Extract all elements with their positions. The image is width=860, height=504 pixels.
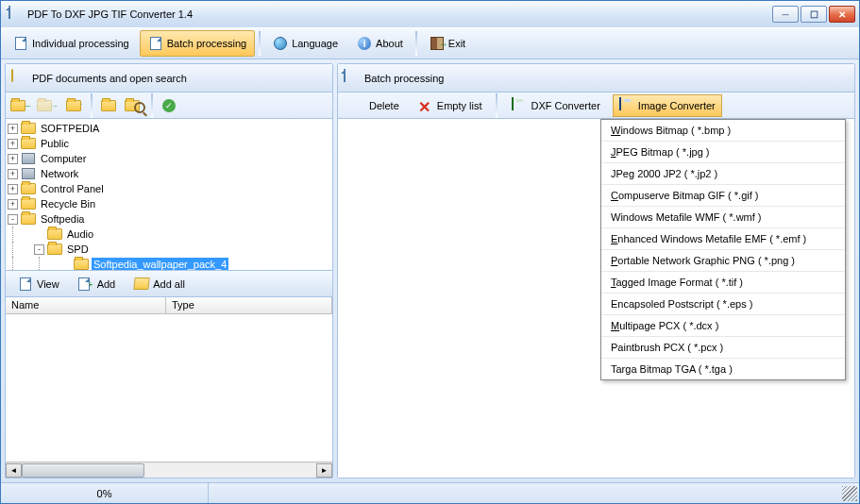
folder-back-button[interactable]: ← [9, 94, 34, 117]
tree-item[interactable]: -SPD [8, 242, 330, 257]
tree-label[interactable]: Audio [65, 227, 95, 241]
batch-list-area[interactable]: Windows Bitmap ( *.bmp )JPEG Bitmap ( *.… [338, 119, 854, 478]
resize-grip[interactable] [842, 486, 857, 501]
scroll-left-button[interactable]: ◄ [6, 463, 22, 478]
tree-item[interactable]: +Recycle Bin [8, 196, 330, 211]
minimize-button[interactable]: ─ [772, 6, 799, 23]
tree-toggle[interactable]: + [8, 154, 18, 164]
format-menu-item[interactable]: Multipage PCX ( *.dcx ) [601, 315, 845, 337]
folder-icon [21, 182, 36, 195]
tree-item[interactable]: +Public [8, 136, 330, 151]
tree-toggle[interactable]: - [34, 244, 44, 255]
folder-icon [21, 122, 36, 135]
folder-up-button[interactable]: ↑ [62, 94, 87, 117]
tree-label[interactable]: Network [39, 167, 80, 180]
add-label: Add [97, 278, 116, 290]
format-menu-item[interactable]: Portable Network Graphic PNG ( *.png ) [601, 250, 845, 272]
scroll-track[interactable] [22, 463, 316, 478]
tree-item[interactable]: Softpedia_wallpaper_pack_4 [8, 257, 330, 271]
delete-button[interactable]: Delete [344, 94, 406, 117]
folder-icon [21, 212, 36, 226]
close-button[interactable]: ✕ [829, 6, 855, 23]
tree-label[interactable]: Control Panel [39, 182, 106, 195]
horizontal-scrollbar[interactable]: ◄ ► [6, 462, 332, 478]
col-type[interactable]: Type [166, 297, 332, 313]
add-button[interactable]: + Add [70, 273, 125, 295]
tree-label[interactable]: Recycle Bin [39, 197, 97, 210]
format-menu-item[interactable]: JPeg 2000 JP2 ( *.jp2 ) [601, 163, 845, 185]
folder-tree[interactable]: +SOFTPEDIA+Public+Computer+Network+Contr… [6, 119, 332, 271]
minus-icon [350, 98, 365, 113]
tree-toggle[interactable]: + [8, 169, 18, 179]
format-menu-item[interactable]: Encapsoled Postscript ( *.eps ) [601, 294, 845, 315]
dxf-converter-button[interactable]: DXF Converter [505, 94, 606, 117]
progress-text: 0% [97, 488, 112, 499]
folder-search-button[interactable] [123, 94, 147, 117]
separator [151, 93, 153, 118]
folder-icon [47, 227, 62, 241]
titlebar[interactable]: PDF To DXF JPG TIF Converter 1.4 ─ ☐ ✕ [1, 1, 859, 27]
tree-item[interactable]: +Computer [8, 151, 330, 166]
folder-icon [47, 243, 62, 256]
add-icon: + [78, 277, 93, 292]
tree-toggle[interactable]: + [8, 139, 18, 149]
image-converter-button[interactable]: Image Converter [613, 94, 722, 117]
file-toolbar: View + Add Add all [6, 271, 332, 297]
exit-button[interactable]: Exit [421, 30, 474, 57]
tree-toggle[interactable]: + [8, 124, 18, 134]
empty-list-button[interactable]: ✕ Empty list [412, 94, 489, 117]
folder-forward-button[interactable]: → [36, 94, 60, 117]
language-button[interactable]: Language [264, 30, 346, 57]
folder-refresh-button[interactable] [96, 94, 121, 117]
file-list[interactable] [6, 314, 332, 462]
statusbar: 0% [1, 482, 859, 503]
format-menu-item[interactable]: Windows Metafile WMF ( *.wmf ) [601, 207, 845, 228]
tree-item[interactable]: Audio [8, 227, 330, 242]
format-menu-item[interactable]: Tagged Image Format ( *.tif ) [601, 272, 845, 294]
batch-processing-button[interactable]: Batch processing [140, 30, 255, 57]
tree-item[interactable]: -Softpedia [8, 211, 330, 227]
tree-label[interactable]: Softpedia [39, 212, 86, 226]
individual-processing-button[interactable]: Individual processing [5, 30, 138, 57]
exit-icon [430, 36, 445, 51]
format-menu-item[interactable]: Enhanced Windows Metafile EMF ( *.emf ) [601, 228, 845, 250]
col-name[interactable]: Name [6, 297, 166, 313]
folder-icon [21, 197, 36, 210]
tree-item[interactable]: +Control Panel [8, 181, 330, 196]
computer-icon [21, 167, 36, 180]
right-panel-header: Batch processing [338, 64, 854, 92]
globe-icon [273, 36, 288, 51]
tree-label[interactable]: SPD [65, 243, 91, 256]
tree-toggle[interactable]: + [8, 199, 18, 210]
save-green-icon [512, 98, 527, 113]
tree-toggle[interactable]: + [8, 184, 18, 194]
scroll-right-button[interactable]: ► [316, 463, 332, 478]
about-button[interactable]: i About [348, 30, 412, 57]
tree-item[interactable]: +Network [8, 166, 330, 181]
image-label: Image Converter [638, 100, 716, 111]
format-menu-item[interactable]: Windows Bitmap ( *.bmp ) [601, 120, 845, 142]
tree-item[interactable]: +SOFTPEDIA [8, 121, 330, 136]
right-panel: Batch processing Delete ✕ Empty list DXF… [337, 63, 855, 479]
tree-toggle[interactable]: - [8, 214, 18, 225]
format-menu-item[interactable]: Compuserve Bitmap GIF ( *.gif ) [601, 185, 845, 207]
folder-icon [21, 137, 36, 150]
batch-toolbar: Delete ✕ Empty list DXF Converter Image … [338, 92, 854, 119]
delete-label: Delete [369, 100, 399, 111]
format-menu-item[interactable]: Targa Bitmap TGA ( *.tga ) [601, 359, 845, 379]
main-toolbar: Individual processing Batch processing L… [1, 27, 859, 59]
format-menu-item[interactable]: JPEG Bitmap ( *.jpg ) [601, 142, 845, 163]
tree-label[interactable]: Softpedia_wallpaper_pack_4 [92, 258, 228, 271]
tree-label[interactable]: SOFTPEDIA [39, 122, 101, 135]
scroll-thumb[interactable] [22, 463, 144, 478]
folder-icon [74, 258, 89, 271]
view-button[interactable]: View [9, 273, 68, 295]
add-all-button[interactable]: Add all [126, 273, 194, 295]
separator [91, 93, 93, 118]
format-menu-item[interactable]: Paintbrush PCX ( *.pcx ) [601, 337, 845, 359]
maximize-button[interactable]: ☐ [801, 6, 827, 23]
tree-label[interactable]: Computer [39, 152, 88, 165]
folder-ok-button[interactable]: ✓ [157, 94, 181, 117]
info-icon: i [357, 36, 372, 51]
tree-label[interactable]: Public [39, 137, 71, 150]
